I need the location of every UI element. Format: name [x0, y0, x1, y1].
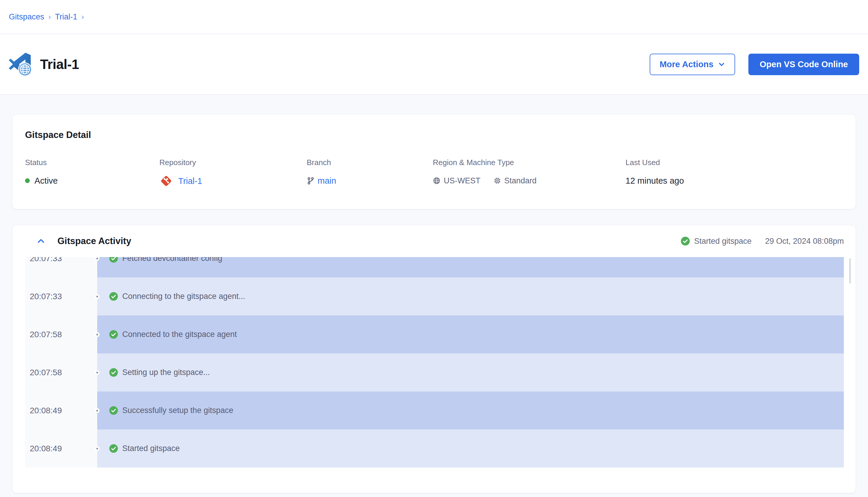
- check-circle-icon: [109, 330, 118, 339]
- globe-icon: [433, 177, 440, 185]
- last-used-label: Last Used: [625, 158, 843, 167]
- gitspace-detail-card: Gitspace Detail Status Active Repository: [12, 114, 856, 209]
- check-circle-icon: [109, 406, 118, 415]
- branch-field: Branch main: [307, 158, 433, 188]
- log-event-time: 20:07:58: [25, 353, 97, 392]
- activity-log-row: 20:07:33 Connecting to the gitspace agen…: [25, 278, 844, 315]
- chevron-down-icon: [718, 61, 725, 68]
- open-vscode-online-button[interactable]: Open VS Code Online: [748, 54, 859, 75]
- check-circle-icon: [109, 444, 118, 453]
- last-used-value: 12 minutes ago: [625, 176, 684, 186]
- log-event-text: Started gitspace: [122, 444, 180, 453]
- breadcrumb: Gitspaces › Trial-1 ›: [9, 12, 88, 22]
- machine-chip-icon: [493, 177, 501, 185]
- breadcrumb-gitspaces-link[interactable]: Gitspaces: [9, 12, 44, 22]
- log-event-text: Connecting to the gitspace agent...: [122, 292, 245, 301]
- branch-link[interactable]: main: [318, 176, 336, 186]
- header-actions: More Actions Open VS Code Online: [650, 54, 859, 75]
- activity-header: Gitspace Activity Started gitspace 29 Oc…: [12, 225, 856, 257]
- region-value: US-WEST: [444, 176, 480, 185]
- timeline-dot-icon: [95, 332, 100, 337]
- branch-label: Branch: [307, 158, 433, 167]
- git-repository-icon: [159, 174, 173, 188]
- log-event-text: Successfully setup the gitspace: [122, 406, 233, 415]
- timeline-dot-icon: [95, 294, 100, 299]
- gitspace-activity-card: Gitspace Activity Started gitspace 29 Oc…: [12, 225, 856, 493]
- log-event-text: Connected to the gitspace agent: [122, 330, 237, 339]
- vscode-online-icon: [8, 52, 32, 76]
- more-actions-label: More Actions: [660, 59, 714, 69]
- activity-status-badge: Started gitspace: [681, 237, 752, 246]
- status-active-dot-icon: [25, 178, 30, 183]
- timeline-dot-icon: [95, 446, 100, 451]
- activity-log-row: 20:07:58 Connected to the gitspace agent: [25, 315, 844, 353]
- status-field: Status Active: [25, 158, 159, 188]
- region-machine-label: Region & Machine Type: [433, 158, 625, 167]
- log-event-time: 20:07:33: [25, 278, 97, 315]
- page-header: Trial-1 More Actions Open VS Code Online: [0, 34, 868, 95]
- chevron-up-icon: [37, 237, 45, 245]
- page-title: Trial-1: [40, 56, 79, 72]
- activity-status-text: Started gitspace: [694, 237, 752, 246]
- machine-type-value: Standard: [504, 176, 537, 185]
- timeline-dot-icon: [95, 408, 100, 413]
- status-value: Active: [34, 176, 58, 186]
- log-event-time: 20:07:33: [25, 257, 97, 278]
- status-label: Status: [25, 158, 159, 167]
- log-event-time: 20:08:49: [25, 392, 97, 429]
- log-event-time: 20:08:49: [25, 429, 97, 468]
- main-content: Gitspace Detail Status Active Repository: [0, 95, 868, 493]
- activity-log-row: 20:07:58 Setting up the gitspace...: [25, 353, 844, 392]
- log-event-text: Setting up the gitspace...: [122, 368, 210, 377]
- repository-link[interactable]: Trial-1: [178, 176, 202, 186]
- timeline-dot-icon: [95, 370, 100, 375]
- git-branch-icon: [307, 177, 315, 185]
- activity-log-row: 20:07:33 Fetched devcontainer config: [25, 257, 844, 278]
- activity-timestamp: 29 Oct, 2024 08:08pm: [765, 237, 844, 246]
- gitspace-detail-title: Gitspace Detail: [25, 130, 843, 140]
- more-actions-button[interactable]: More Actions: [650, 54, 735, 75]
- collapse-activity-button[interactable]: [34, 235, 47, 247]
- activity-log-row: 20:08:49 Successfully setup the gitspace: [25, 392, 844, 429]
- activity-log-row: 20:08:49 Started gitspace: [25, 429, 844, 468]
- check-circle-icon: [681, 237, 690, 246]
- breadcrumb-separator-icon: ›: [48, 12, 51, 22]
- activity-scrollbar[interactable]: [849, 258, 851, 284]
- breadcrumb-trial1-link[interactable]: Trial-1: [55, 12, 77, 22]
- region-machine-field: Region & Machine Type US-WE: [433, 158, 625, 188]
- check-circle-icon: [109, 368, 118, 377]
- breadcrumb-separator-icon: ›: [81, 12, 84, 22]
- breadcrumb-bar: Gitspaces › Trial-1 ›: [0, 0, 868, 34]
- gitspace-detail-grid: Status Active Repository: [25, 158, 843, 188]
- log-rows: 20:07:33 Fetched devcontainer config 20:…: [25, 257, 844, 468]
- check-circle-icon: [109, 257, 118, 263]
- check-circle-icon: [109, 292, 118, 301]
- repository-field: Repository: [159, 158, 307, 188]
- activity-log[interactable]: 20:07:33 Fetched devcontainer config 20:…: [25, 257, 844, 468]
- activity-title: Gitspace Activity: [57, 236, 131, 246]
- log-event-text: Fetched devcontainer config: [122, 257, 222, 263]
- log-event-time: 20:07:58: [25, 315, 97, 353]
- last-used-field: Last Used 12 minutes ago: [625, 158, 843, 188]
- repository-label: Repository: [159, 158, 307, 167]
